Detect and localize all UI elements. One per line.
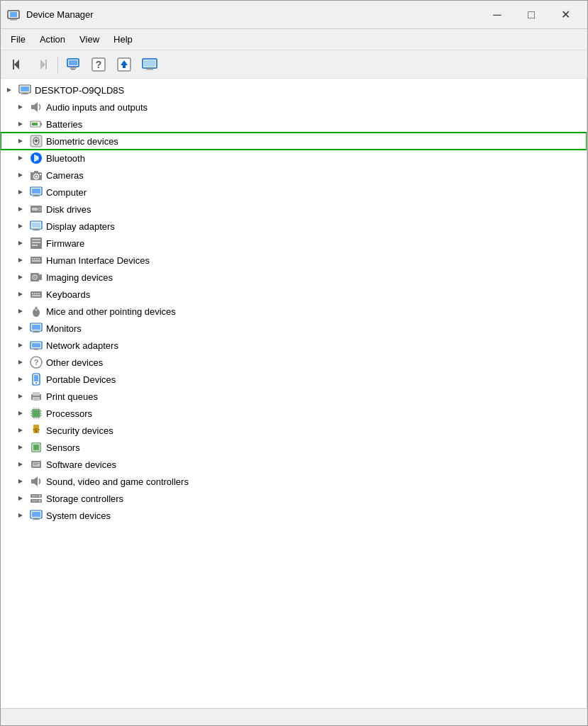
system-expand-icon[interactable] [15,510,26,521]
other-expand-icon[interactable] [15,357,26,368]
display-expand-icon[interactable] [15,220,26,232]
tree-root[interactable]: DESKTOP-O9QLD8S [1,82,587,99]
svg-rect-134 [33,429,40,430]
tree-item-disk[interactable]: Disk drives [1,201,587,218]
print-label: Print queues [46,391,98,402]
tree-item-hid[interactable]: Human Interface Devices [1,252,587,269]
tree-item-processors[interactable]: Processors [1,405,587,422]
maximize-button[interactable]: □ [515,5,548,25]
forward-button[interactable] [30,54,55,75]
device-tree[interactable]: DESKTOP-O9QLD8S Audio inputs and outputs [1,79,587,708]
svg-marker-34 [18,139,23,143]
other-icon: ? [29,355,43,369]
svg-marker-4 [14,60,19,69]
audio-expand-icon[interactable] [15,101,26,113]
menu-action[interactable]: Action [33,33,72,46]
tree-item-computer[interactable]: Computer [1,184,587,201]
svg-rect-84 [34,293,35,294]
menu-file[interactable]: File [4,33,33,46]
portable-expand-icon[interactable] [15,374,26,385]
svg-rect-73 [36,258,38,259]
tree-item-batteries[interactable]: Batteries [1,116,587,133]
tree-item-print[interactable]: Print queues [1,388,587,405]
security-expand-icon[interactable] [15,425,26,436]
security-icon [29,423,43,437]
sensors-expand-icon[interactable] [15,442,26,453]
tree-item-firmware[interactable]: Firmware [1,235,587,252]
back-button[interactable] [5,54,29,75]
portable-label: Portable Devices [46,374,116,385]
bluetooth-label: Bluetooth [46,153,85,164]
svg-marker-147 [18,496,23,501]
firmware-expand-icon[interactable] [15,238,26,249]
tree-item-display[interactable]: Display adapters [1,218,587,235]
svg-rect-68 [32,245,38,246]
batteries-label: Batteries [46,119,82,130]
display-button[interactable] [138,54,162,75]
root-expand-icon[interactable] [4,84,15,96]
cameras-expand-icon[interactable] [15,169,26,181]
tree-item-imaging[interactable]: Imaging devices [1,269,587,286]
tree-item-security[interactable]: Security devices [1,422,587,439]
svg-rect-61 [32,223,40,228]
disk-expand-icon[interactable] [15,203,26,215]
svg-rect-62 [34,229,38,230]
tree-item-mice[interactable]: Mice and other pointing devices [1,303,587,320]
app-icon [6,8,21,22]
svg-marker-144 [18,479,23,484]
print-expand-icon[interactable] [15,391,26,402]
bluetooth-expand-icon[interactable] [15,152,26,164]
hid-expand-icon[interactable] [15,255,26,266]
tree-item-network[interactable]: Network adapters [1,337,587,354]
batteries-expand-icon[interactable] [15,118,26,130]
keyboards-expand-icon[interactable] [15,289,26,300]
network-expand-icon[interactable] [15,340,26,351]
svg-rect-158 [33,519,40,520]
mice-expand-icon[interactable] [15,306,26,317]
svg-rect-117 [33,411,39,416]
monitors-icon [29,321,43,335]
svg-point-47 [35,176,38,178]
svg-marker-69 [18,258,23,262]
tree-item-system[interactable]: System devices [1,507,587,524]
tree-item-biometric[interactable]: Biometric devices [1,133,587,150]
svg-marker-44 [18,173,23,177]
sound-expand-icon[interactable] [15,476,26,487]
processors-expand-icon[interactable] [15,408,26,419]
tree-item-storage[interactable]: Storage controllers [1,490,587,507]
menu-help[interactable]: Help [106,33,140,46]
properties-button[interactable] [61,54,85,75]
tree-item-software[interactable]: Software devices [1,456,587,473]
audio-icon [29,100,43,114]
monitors-expand-icon[interactable] [15,323,26,334]
tree-item-sensors[interactable]: Sensors [1,439,587,456]
tree-item-cameras[interactable]: Cameras [1,167,587,184]
computer-expand-icon[interactable] [15,186,26,198]
tree-item-monitors[interactable]: Monitors [1,320,587,337]
close-button[interactable]: ✕ [549,5,582,25]
firmware-icon [29,236,43,250]
network-label: Network adapters [46,340,118,351]
tree-item-bluetooth[interactable]: Bluetooth [1,150,587,167]
svg-marker-55 [18,207,23,211]
svg-marker-135 [18,445,23,449]
tree-item-portable[interactable]: Portable Devices [1,371,587,388]
software-expand-icon[interactable] [15,459,26,470]
tree-item-keyboards[interactable]: Keyboards [1,286,587,303]
biometric-expand-icon[interactable] [15,135,26,147]
tree-item-sound[interactable]: Sound, video and game controllers [1,473,587,490]
svg-marker-105 [18,377,23,381]
storage-expand-icon[interactable] [15,493,26,504]
hid-icon [29,253,43,267]
update-button[interactable] [112,54,136,75]
mice-label: Mice and other pointing devices [46,306,176,317]
svg-marker-146 [34,476,38,486]
tree-item-other[interactable]: ? Other devices [1,354,587,371]
processors-label: Processors [46,408,92,419]
minimize-button[interactable]: ─ [481,5,514,25]
menu-view[interactable]: View [72,33,106,46]
tree-item-audio[interactable]: Audio inputs and outputs [1,99,587,116]
help-button[interactable]: ? [87,54,111,75]
svg-rect-52 [32,189,40,194]
imaging-expand-icon[interactable] [15,272,26,283]
